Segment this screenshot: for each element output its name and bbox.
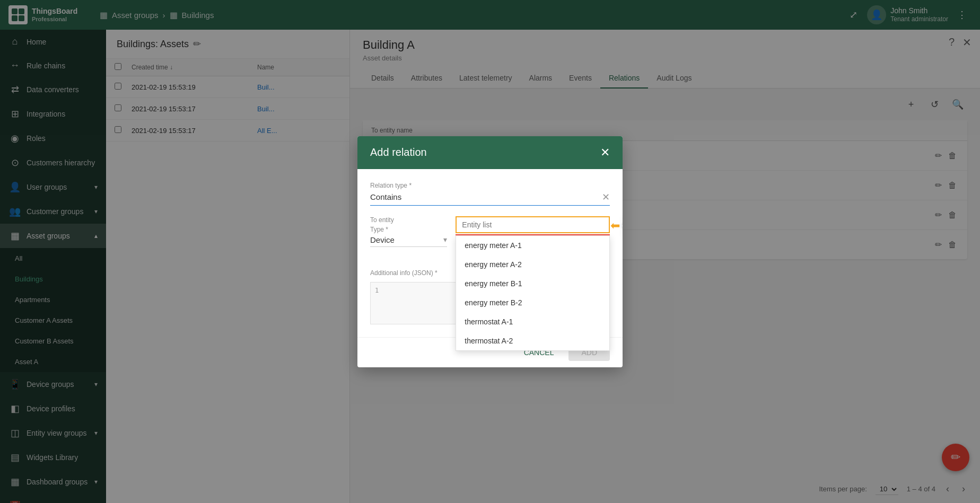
tooltip-arrow-icon: ⬅	[610, 219, 620, 233]
modal-close-button[interactable]: ✕	[600, 146, 610, 160]
relation-type-label: Relation type *	[370, 182, 610, 189]
relation-type-input-row: ✕	[370, 191, 610, 206]
to-entity-select-row: Device Asset Entity View ▾	[370, 235, 447, 247]
dropdown-item-6[interactable]: thermostat A-2	[456, 331, 609, 350]
to-entity-subtype-label: Type *	[370, 226, 447, 233]
relation-type-clear-button[interactable]: ✕	[602, 191, 610, 203]
to-entity-dropdown-icon: ▾	[443, 235, 447, 244]
to-entity-type-field: To entity Type * Device Asset Entity Vie…	[370, 216, 447, 247]
dropdown-item-5[interactable]: thermostat A-1	[456, 312, 609, 331]
entity-list-wrapper: energy meter A-1 energy meter A-2 energy…	[456, 216, 610, 235]
add-relation-modal: Add relation ✕ Relation type * ✕ To enti…	[357, 136, 623, 367]
to-entity-type-select[interactable]: Device Asset Entity View	[370, 235, 443, 244]
json-editor-label: Additional info (JSON) *	[370, 269, 438, 277]
entity-list-field: energy meter A-1 energy meter A-2 energy…	[456, 216, 610, 247]
json-line-num: 1	[375, 287, 379, 294]
modal-title: Add relation	[370, 146, 427, 158]
entity-list-input-row	[456, 216, 610, 233]
to-entity-row: To entity Type * Device Asset Entity Vie…	[370, 216, 610, 258]
relation-type-input[interactable]	[370, 192, 602, 201]
dropdown-item-4[interactable]: energy meter B-2	[456, 293, 609, 312]
modal-header: Add relation ✕	[357, 136, 623, 169]
entity-dropdown: energy meter A-1 energy meter A-2 energy…	[456, 235, 610, 351]
to-entity-type-label: To entity	[370, 216, 447, 224]
dropdown-item-1[interactable]: energy meter A-1	[456, 236, 609, 255]
relation-type-field: Relation type * ✕	[370, 182, 610, 206]
modal-body: Relation type * ✕ To entity Type * Devic…	[357, 169, 623, 337]
dropdown-item-3[interactable]: energy meter B-1	[456, 274, 609, 293]
modal-overlay: Add relation ✕ Relation type * ✕ To enti…	[0, 0, 980, 503]
dropdown-item-2[interactable]: energy meter A-2	[456, 255, 609, 274]
entity-list-input[interactable]	[462, 220, 603, 229]
